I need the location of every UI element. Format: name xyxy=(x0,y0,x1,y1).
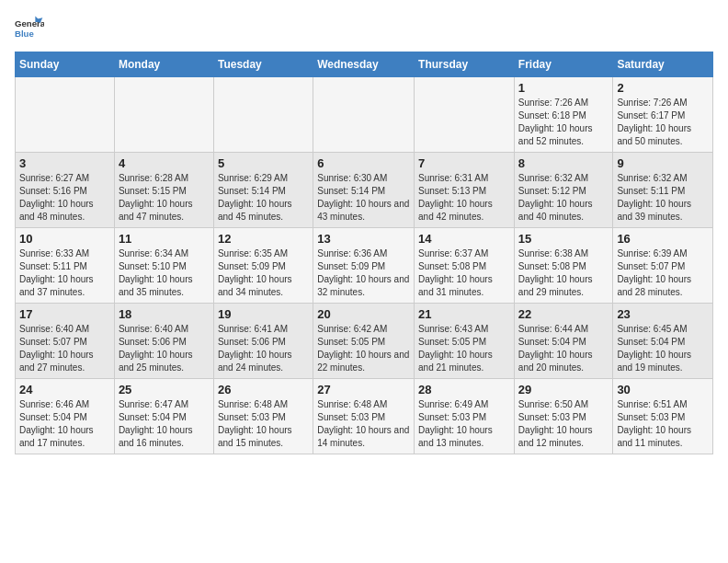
day-info: Sunrise: 6:51 AM Sunset: 5:03 PM Dayligh… xyxy=(617,398,709,450)
calendar-cell: 15Sunrise: 6:38 AM Sunset: 5:08 PM Dayli… xyxy=(514,228,613,304)
calendar-cell xyxy=(114,77,213,153)
day-info: Sunrise: 7:26 AM Sunset: 6:17 PM Dayligh… xyxy=(617,97,709,148)
calendar-cell: 11Sunrise: 6:34 AM Sunset: 5:10 PM Dayli… xyxy=(114,228,213,304)
day-info: Sunrise: 6:50 AM Sunset: 5:03 PM Dayligh… xyxy=(518,398,609,450)
week-row-5: 24Sunrise: 6:46 AM Sunset: 5:04 PM Dayli… xyxy=(16,379,713,454)
day-number: 20 xyxy=(317,307,410,321)
day-number: 5 xyxy=(218,156,309,170)
calendar-cell: 28Sunrise: 6:49 AM Sunset: 5:03 PM Dayli… xyxy=(415,379,515,454)
day-info: Sunrise: 6:44 AM Sunset: 5:04 PM Dayligh… xyxy=(518,323,609,374)
calendar-cell: 14Sunrise: 6:37 AM Sunset: 5:08 PM Dayli… xyxy=(415,228,515,304)
day-info: Sunrise: 6:30 AM Sunset: 5:14 PM Dayligh… xyxy=(317,172,410,224)
day-info: Sunrise: 6:40 AM Sunset: 5:06 PM Dayligh… xyxy=(119,323,210,374)
day-number: 30 xyxy=(617,383,709,396)
calendar-cell: 8Sunrise: 6:32 AM Sunset: 5:12 PM Daylig… xyxy=(514,153,613,228)
day-info: Sunrise: 6:45 AM Sunset: 5:04 PM Dayligh… xyxy=(617,323,709,374)
calendar-cell: 10Sunrise: 6:33 AM Sunset: 5:11 PM Dayli… xyxy=(16,228,115,304)
day-number: 6 xyxy=(317,156,410,170)
day-number: 12 xyxy=(218,232,309,246)
calendar-body: 1Sunrise: 7:26 AM Sunset: 6:18 PM Daylig… xyxy=(16,77,713,454)
day-info: Sunrise: 6:38 AM Sunset: 5:08 PM Dayligh… xyxy=(518,247,609,299)
day-info: Sunrise: 6:29 AM Sunset: 5:14 PM Dayligh… xyxy=(218,172,309,224)
day-info: Sunrise: 6:49 AM Sunset: 5:03 PM Dayligh… xyxy=(418,398,510,450)
day-number: 24 xyxy=(19,383,110,396)
day-info: Sunrise: 6:36 AM Sunset: 5:09 PM Dayligh… xyxy=(317,247,410,299)
day-info: Sunrise: 6:41 AM Sunset: 5:06 PM Dayligh… xyxy=(218,323,309,374)
calendar-cell xyxy=(313,77,415,153)
calendar-cell: 16Sunrise: 6:39 AM Sunset: 5:07 PM Dayli… xyxy=(613,228,713,304)
day-info: Sunrise: 6:40 AM Sunset: 5:07 PM Dayligh… xyxy=(19,323,110,374)
day-number: 14 xyxy=(418,232,510,246)
calendar-cell: 30Sunrise: 6:51 AM Sunset: 5:03 PM Dayli… xyxy=(613,379,713,454)
weekday-header-wednesday: Wednesday xyxy=(313,52,415,77)
weekday-header-monday: Monday xyxy=(114,52,213,77)
calendar-cell xyxy=(16,77,115,153)
calendar-cell: 3Sunrise: 6:27 AM Sunset: 5:16 PM Daylig… xyxy=(16,153,115,228)
day-number: 9 xyxy=(617,156,709,170)
calendar-cell: 21Sunrise: 6:43 AM Sunset: 5:05 PM Dayli… xyxy=(415,304,515,379)
calendar-cell xyxy=(415,77,515,153)
day-number: 29 xyxy=(518,383,609,396)
week-row-1: 1Sunrise: 7:26 AM Sunset: 6:18 PM Daylig… xyxy=(16,77,713,153)
calendar-cell: 27Sunrise: 6:48 AM Sunset: 5:03 PM Dayli… xyxy=(313,379,415,454)
day-number: 3 xyxy=(19,156,110,170)
day-number: 2 xyxy=(617,81,709,95)
day-info: Sunrise: 6:37 AM Sunset: 5:08 PM Dayligh… xyxy=(418,247,510,299)
calendar-cell: 19Sunrise: 6:41 AM Sunset: 5:06 PM Dayli… xyxy=(213,304,313,379)
day-number: 19 xyxy=(218,307,309,321)
weekday-header-friday: Friday xyxy=(514,52,613,77)
day-number: 11 xyxy=(119,232,210,246)
day-info: Sunrise: 6:48 AM Sunset: 5:03 PM Dayligh… xyxy=(218,398,309,450)
day-number: 7 xyxy=(418,156,510,170)
calendar-cell: 2Sunrise: 7:26 AM Sunset: 6:17 PM Daylig… xyxy=(613,77,713,153)
weekday-header-row: SundayMondayTuesdayWednesdayThursdayFrid… xyxy=(16,52,713,77)
calendar-cell: 1Sunrise: 7:26 AM Sunset: 6:18 PM Daylig… xyxy=(514,77,613,153)
day-info: Sunrise: 6:42 AM Sunset: 5:05 PM Dayligh… xyxy=(317,323,410,374)
day-info: Sunrise: 6:46 AM Sunset: 5:04 PM Dayligh… xyxy=(19,398,110,450)
day-number: 22 xyxy=(518,307,609,321)
day-number: 26 xyxy=(218,383,309,396)
day-number: 17 xyxy=(19,307,110,321)
day-number: 8 xyxy=(518,156,609,170)
weekday-header-thursday: Thursday xyxy=(415,52,515,77)
logo: General Blue xyxy=(15,15,44,44)
day-info: Sunrise: 7:26 AM Sunset: 6:18 PM Dayligh… xyxy=(518,97,609,148)
week-row-2: 3Sunrise: 6:27 AM Sunset: 5:16 PM Daylig… xyxy=(16,153,713,228)
day-number: 25 xyxy=(119,383,210,396)
header: General Blue xyxy=(15,15,713,44)
day-number: 16 xyxy=(617,232,709,246)
calendar-cell: 13Sunrise: 6:36 AM Sunset: 5:09 PM Dayli… xyxy=(313,228,415,304)
calendar-cell: 22Sunrise: 6:44 AM Sunset: 5:04 PM Dayli… xyxy=(514,304,613,379)
day-info: Sunrise: 6:28 AM Sunset: 5:15 PM Dayligh… xyxy=(119,172,210,224)
weekday-header-sunday: Sunday xyxy=(16,52,115,77)
calendar-cell xyxy=(213,77,313,153)
day-number: 10 xyxy=(19,232,110,246)
calendar-cell: 9Sunrise: 6:32 AM Sunset: 5:11 PM Daylig… xyxy=(613,153,713,228)
calendar-cell: 4Sunrise: 6:28 AM Sunset: 5:15 PM Daylig… xyxy=(114,153,213,228)
day-info: Sunrise: 6:43 AM Sunset: 5:05 PM Dayligh… xyxy=(418,323,510,374)
day-info: Sunrise: 6:27 AM Sunset: 5:16 PM Dayligh… xyxy=(19,172,110,224)
calendar-cell: 6Sunrise: 6:30 AM Sunset: 5:14 PM Daylig… xyxy=(313,153,415,228)
calendar-table: SundayMondayTuesdayWednesdayThursdayFrid… xyxy=(15,52,713,454)
weekday-header-saturday: Saturday xyxy=(613,52,713,77)
day-number: 28 xyxy=(418,383,510,396)
day-info: Sunrise: 6:48 AM Sunset: 5:03 PM Dayligh… xyxy=(317,398,410,450)
day-info: Sunrise: 6:47 AM Sunset: 5:04 PM Dayligh… xyxy=(119,398,210,450)
calendar-cell: 18Sunrise: 6:40 AM Sunset: 5:06 PM Dayli… xyxy=(114,304,213,379)
day-number: 18 xyxy=(119,307,210,321)
weekday-header-tuesday: Tuesday xyxy=(213,52,313,77)
calendar-cell: 17Sunrise: 6:40 AM Sunset: 5:07 PM Dayli… xyxy=(16,304,115,379)
calendar-cell: 7Sunrise: 6:31 AM Sunset: 5:13 PM Daylig… xyxy=(415,153,515,228)
calendar-cell: 29Sunrise: 6:50 AM Sunset: 5:03 PM Dayli… xyxy=(514,379,613,454)
day-number: 27 xyxy=(317,383,410,396)
day-info: Sunrise: 6:34 AM Sunset: 5:10 PM Dayligh… xyxy=(119,247,210,299)
day-info: Sunrise: 6:31 AM Sunset: 5:13 PM Dayligh… xyxy=(418,172,510,224)
calendar-cell: 12Sunrise: 6:35 AM Sunset: 5:09 PM Dayli… xyxy=(213,228,313,304)
week-row-3: 10Sunrise: 6:33 AM Sunset: 5:11 PM Dayli… xyxy=(16,228,713,304)
day-number: 13 xyxy=(317,232,410,246)
day-number: 4 xyxy=(119,156,210,170)
day-info: Sunrise: 6:32 AM Sunset: 5:12 PM Dayligh… xyxy=(518,172,609,224)
day-info: Sunrise: 6:39 AM Sunset: 5:07 PM Dayligh… xyxy=(617,247,709,299)
week-row-4: 17Sunrise: 6:40 AM Sunset: 5:07 PM Dayli… xyxy=(16,304,713,379)
calendar-cell: 24Sunrise: 6:46 AM Sunset: 5:04 PM Dayli… xyxy=(16,379,115,454)
